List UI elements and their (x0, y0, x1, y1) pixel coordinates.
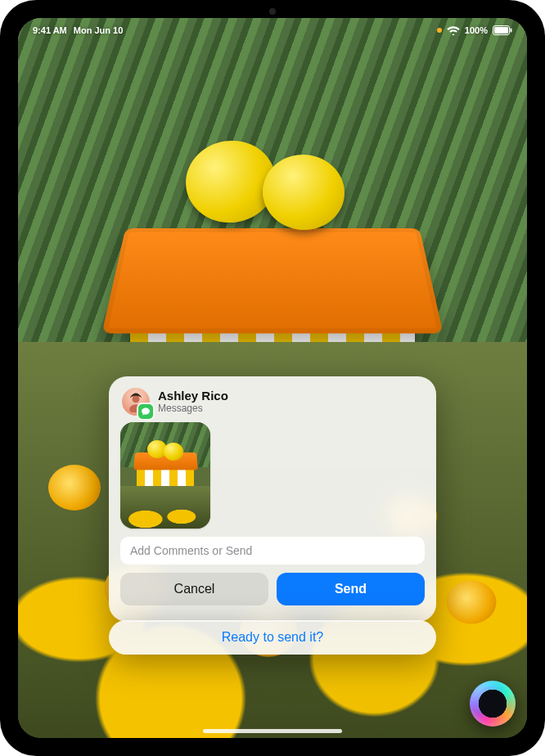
status-time: 9:41 AM (33, 25, 67, 35)
svg-point-3 (132, 395, 139, 403)
siri-prompt-text: Ready to send it? (222, 630, 324, 645)
battery-icon (493, 25, 512, 35)
svg-rect-1 (494, 27, 508, 34)
messages-app-badge-icon (138, 404, 153, 419)
share-body: Cancel Send (119, 422, 426, 612)
contact-name: Ashley Rico (158, 389, 228, 403)
comment-input[interactable] (120, 537, 425, 565)
contact-avatar-wrap (122, 388, 150, 416)
share-app-name: Messages (158, 403, 228, 415)
siri-prompt-pill[interactable]: Ready to send it? (109, 620, 436, 655)
battery-percent: 100% (465, 25, 488, 35)
siri-orb-button[interactable] (470, 681, 516, 727)
button-row: Cancel Send (120, 573, 425, 605)
location-indicator-dot (437, 28, 442, 33)
cancel-button[interactable]: Cancel (120, 573, 268, 605)
front-camera (269, 8, 276, 15)
bg-flower (48, 465, 101, 511)
share-header: Ashley Rico Messages (119, 386, 426, 422)
share-card: Ashley Rico Messages Cancel Send (109, 376, 436, 622)
home-indicator[interactable] (203, 729, 342, 733)
status-date: Mon Jun 10 (74, 25, 124, 35)
svg-rect-2 (511, 29, 512, 33)
status-bar: 9:41 AM Mon Jun 10 100% (18, 23, 527, 38)
attachment-thumbnail[interactable] (120, 422, 210, 529)
send-button[interactable]: Send (277, 573, 425, 605)
bg-cooler-lid (102, 228, 444, 333)
screen: 9:41 AM Mon Jun 10 100% (18, 18, 527, 738)
wifi-icon (447, 25, 460, 35)
ipad-device-frame: 9:41 AM Mon Jun 10 100% (0, 0, 545, 756)
